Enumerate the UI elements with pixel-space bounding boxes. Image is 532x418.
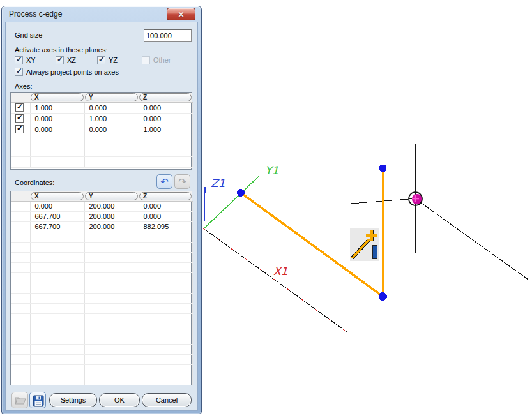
z1-axis xyxy=(204,187,206,228)
empty-table-row xyxy=(11,156,192,167)
checkbox-xz[interactable]: ✓ xyxy=(56,56,64,64)
sketch-point[interactable] xyxy=(237,189,245,197)
titlebar[interactable]: Process c-edge ✕ xyxy=(2,6,201,22)
checkbox-project-points[interactable]: ✓ xyxy=(15,68,23,76)
cursor-ray xyxy=(416,199,528,280)
check-icon: ✓ xyxy=(16,55,22,64)
coordinates-header-row: X Y Z xyxy=(11,191,192,201)
check-icon: ✓ xyxy=(57,55,63,64)
close-icon: ✕ xyxy=(178,10,184,19)
table-cell[interactable]: 0.000 xyxy=(30,124,84,135)
table-row: 667.700 200.000 0.000 xyxy=(11,211,192,221)
z1-axis-label: Z1 xyxy=(211,177,225,190)
planes-label: Activate axes in these planes: xyxy=(15,46,108,54)
grid-size-label: Grid size xyxy=(15,31,42,39)
checkbox-other xyxy=(142,56,150,64)
snap-indicator-icon xyxy=(350,228,379,261)
table-cell[interactable]: 0.000 xyxy=(84,102,139,113)
open-file-icon xyxy=(14,394,27,407)
table-cell[interactable]: 200.000 xyxy=(84,211,139,221)
table-cell[interactable]: 200.000 xyxy=(84,201,139,211)
checkbox-xy-label: XY xyxy=(26,56,36,64)
coordinates-header-x[interactable]: X xyxy=(30,191,84,201)
checkbox-other-label: Other xyxy=(153,56,171,64)
redo-icon: ↷ xyxy=(178,176,186,187)
axes-header-y[interactable]: Y xyxy=(84,93,139,102)
empty-table-row xyxy=(11,313,192,324)
empty-table-row xyxy=(11,283,192,293)
table-cell[interactable]: 0.000 xyxy=(139,211,192,221)
empty-table-row xyxy=(11,242,192,252)
checkbox-yz[interactable]: ✓ xyxy=(97,56,105,64)
checkbox-project-points-label: Always project points on axes xyxy=(26,68,119,76)
sketch-point[interactable] xyxy=(379,165,387,172)
axes-table: X Y Z ✓ 1.000 0.000 0.000 ✓ 0.000 1.000 … xyxy=(10,92,192,170)
empty-table-row xyxy=(11,324,192,334)
coordinates-header-y[interactable]: Y xyxy=(84,191,139,201)
sketch-point[interactable] xyxy=(379,292,387,301)
empty-table-row xyxy=(11,146,192,156)
table-cell[interactable]: 0.000 xyxy=(30,201,84,211)
table-cell[interactable]: 0.000 xyxy=(30,113,84,124)
settings-button[interactable]: Settings xyxy=(49,393,97,407)
empty-table-row xyxy=(11,293,192,303)
empty-table-row xyxy=(11,232,192,242)
empty-table-row xyxy=(11,334,192,344)
table-cell[interactable]: 1.000 xyxy=(84,113,139,124)
table-cell[interactable]: 0.000 xyxy=(139,113,192,124)
table-cell[interactable]: 1.000 xyxy=(30,102,84,113)
checkbox-xy[interactable]: ✓ xyxy=(15,56,23,64)
check-icon: ✓ xyxy=(98,55,105,64)
table-cell[interactable]: 1.000 xyxy=(139,124,192,135)
axes-header-z[interactable]: Z xyxy=(139,93,192,102)
empty-table-row xyxy=(11,344,192,354)
table-row: ✓ 0.000 0.000 1.000 xyxy=(11,124,192,135)
axes-header-select xyxy=(11,93,30,102)
table-row: ✓ 0.000 1.000 0.000 xyxy=(11,113,192,124)
table-cell[interactable]: 0.000 xyxy=(139,102,192,113)
table-row: 667.700 200.000 882.095 xyxy=(11,221,192,232)
dialog-client-area: Grid size Activate axes in these planes:… xyxy=(5,22,198,411)
table-cell[interactable]: 0.000 xyxy=(139,201,192,211)
table-row: 0.000 200.000 0.000 xyxy=(11,201,192,211)
empty-table-row xyxy=(11,135,192,146)
table-row: ✓ 1.000 0.000 0.000 xyxy=(11,102,192,113)
check-icon: ✓ xyxy=(16,66,22,75)
checkbox-yz-label: YZ xyxy=(109,56,118,64)
coordinates-header-z[interactable]: Z xyxy=(139,191,192,201)
grid-size-input[interactable] xyxy=(144,29,192,42)
table-cell[interactable]: 200.000 xyxy=(84,221,139,232)
open-button xyxy=(11,392,28,408)
cancel-button[interactable]: Cancel xyxy=(142,393,192,407)
checkbox-xz-label: XZ xyxy=(67,56,76,64)
table-cell[interactable]: 667.700 xyxy=(30,221,84,232)
empty-table-row xyxy=(11,272,192,283)
empty-table-row xyxy=(11,252,192,262)
save-icon xyxy=(32,394,45,407)
ok-button[interactable]: OK xyxy=(99,393,140,407)
coordinates-header-select xyxy=(11,191,30,201)
save-button[interactable] xyxy=(29,392,46,408)
process-c-edge-dialog: Process c-edge ✕ Grid size Activate axes… xyxy=(1,6,202,414)
axis-row-checkbox[interactable]: ✓ xyxy=(11,124,30,135)
axis-row-checkbox[interactable]: ✓ xyxy=(11,113,30,124)
empty-table-row xyxy=(11,375,192,385)
empty-table-row xyxy=(11,354,192,364)
table-cell[interactable]: 882.095 xyxy=(139,221,192,232)
table-cell[interactable]: 667.700 xyxy=(30,211,84,221)
axis-row-checkbox[interactable]: ✓ xyxy=(11,102,30,113)
axes-section-label: Axes: xyxy=(15,82,33,90)
empty-table-row xyxy=(11,262,192,272)
axes-header-x[interactable]: X xyxy=(30,93,84,102)
y1-axis-label: Y1 xyxy=(265,164,278,177)
redo-button: ↷ xyxy=(174,174,190,189)
undo-icon: ↶ xyxy=(160,176,169,187)
close-button[interactable]: ✕ xyxy=(167,8,195,20)
empty-table-row xyxy=(11,364,192,375)
table-cell[interactable]: 0.000 xyxy=(84,124,139,135)
surface-edge-top xyxy=(347,199,413,204)
window-title: Process c-edge xyxy=(9,10,62,19)
x1-axis-label: X1 xyxy=(273,265,287,278)
undo-button[interactable]: ↶ xyxy=(156,174,172,189)
empty-table-row xyxy=(11,303,192,313)
